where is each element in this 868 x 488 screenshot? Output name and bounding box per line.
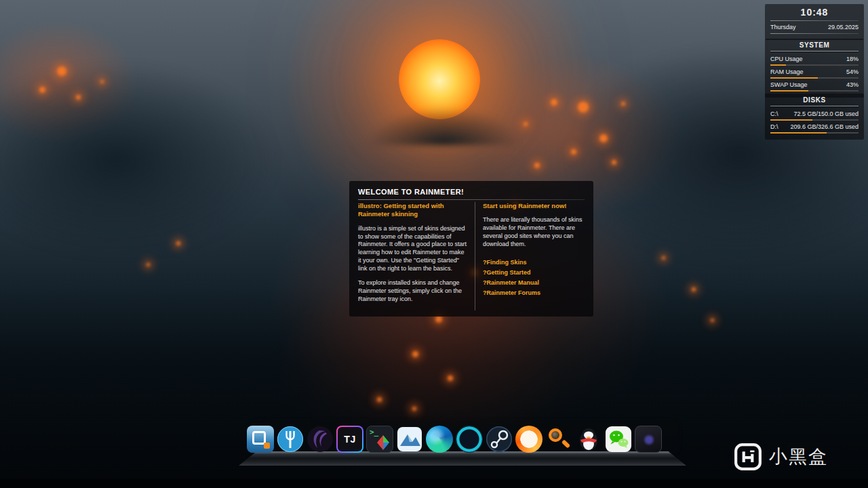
finding-skins-link[interactable]: ?Finding Skins	[483, 258, 585, 268]
search-magnifier-icon[interactable]	[545, 426, 572, 453]
welcome-left-column: illustro: Getting started with Rainmeter…	[358, 202, 475, 310]
tj-glyph: TJ	[344, 434, 355, 445]
system-widget[interactable]: SYSTEM CPU Usage 18% RAM Usage 54% SWAP …	[765, 39, 864, 98]
welcome-title: WELCOME TO RAINMETER!	[358, 188, 585, 196]
disk-c-value: 72.5 GB/150.0 GB used	[793, 110, 859, 119]
start-now-heading: Start using Rainmeter now!	[483, 202, 585, 210]
divider	[770, 51, 859, 52]
welcome-panel: WELCOME TO RAINMETER! illustro: Getting …	[349, 181, 593, 317]
cpu-usage-bar	[770, 64, 859, 66]
disk-c-label: C:\	[770, 110, 778, 119]
clock-date: 29.05.2025	[828, 23, 859, 32]
illustro-heading: illustro: Getting started with Rainmeter…	[358, 202, 467, 219]
vmware-accent	[264, 443, 270, 449]
getting-started-link[interactable]: ?Getting Started	[483, 268, 585, 278]
swap-usage-value: 43%	[846, 81, 859, 89]
disks-title: DISKS	[770, 96, 859, 105]
purple-swirl-app-icon[interactable]	[307, 426, 334, 453]
rainmeter-forums-link[interactable]: ?Rainmeter Forums	[483, 288, 585, 298]
dock-shelf	[239, 451, 686, 466]
qq-icon[interactable]	[575, 426, 602, 453]
tj-ide-icon[interactable]: TJ	[336, 426, 363, 453]
cpu-usage-label: CPU Usage	[770, 55, 803, 64]
desktop: 10:48 Thursday 29.05.2025 SYSTEM CPU Usa…	[0, 0, 868, 488]
terminal-kite-icon[interactable]: >_	[366, 426, 393, 453]
disk-d-value: 209.6 GB/326.6 GB used	[790, 123, 859, 131]
start-now-paragraph: There are literally thousands of skins a…	[483, 216, 585, 249]
disk-c-bar	[770, 119, 859, 121]
disk-d-row: D:\ 209.6 GB/326.6 GB used	[770, 123, 859, 131]
orange-swirl-app-icon[interactable]	[515, 426, 542, 453]
ram-usage-label: RAM Usage	[770, 68, 804, 77]
edge-browser-icon[interactable]	[426, 426, 453, 453]
ram-usage-row: RAM Usage 54%	[770, 68, 859, 77]
color-kite-glyph	[374, 434, 392, 451]
swap-usage-row: SWAP Usage 43%	[770, 81, 859, 89]
steam-icon[interactable]	[486, 426, 513, 453]
dark-app-icon[interactable]	[635, 426, 662, 453]
ram-usage-bar	[770, 77, 859, 79]
welcome-links: ?Finding Skins ?Getting Started ?Rainmet…	[483, 258, 585, 298]
illustro-paragraph-1: illustro is a simple set of skins design…	[358, 225, 467, 273]
teal-ring-app-icon[interactable]	[456, 426, 483, 453]
disk-d-bar	[770, 132, 859, 134]
cpu-usage-value: 18%	[846, 55, 859, 64]
magnifier-lens	[549, 428, 562, 442]
wave-silhouette-left	[0, 41, 332, 258]
swap-usage-bar	[770, 90, 859, 92]
ram-usage-value: 54%	[846, 68, 859, 77]
fork-app-icon[interactable]	[277, 426, 304, 453]
illustro-paragraph-2: To explore installed skins and change Ra…	[358, 279, 467, 304]
wave-over-sun	[363, 96, 526, 145]
xiaoheihe-text: 小黑盒	[769, 445, 828, 469]
divider	[770, 33, 859, 34]
clock-widget[interactable]: 10:48 Thursday 29.05.2025	[765, 4, 864, 40]
xiaoheihe-logo-icon	[734, 443, 762, 471]
disk-d-label: D:\	[770, 123, 778, 131]
magnifier-handle	[561, 439, 570, 448]
divider	[358, 199, 585, 200]
xiaoheihe-watermark: 小黑盒	[734, 443, 828, 471]
disks-widget[interactable]: DISKS C:\ 72.5 GB/150.0 GB used D:\ 209.…	[765, 94, 864, 140]
swap-usage-label: SWAP Usage	[770, 81, 808, 89]
dock: TJ >_	[247, 423, 681, 453]
system-title: SYSTEM	[770, 41, 859, 50]
mountain-app-icon[interactable]	[396, 426, 423, 453]
cpu-usage-row: CPU Usage 18%	[770, 55, 859, 64]
vmware-workstation-icon[interactable]	[247, 426, 274, 453]
wechat-icon[interactable]	[605, 426, 632, 453]
divider	[770, 20, 859, 21]
disk-c-row: C:\ 72.5 GB/150.0 GB used	[770, 110, 859, 119]
divider	[770, 106, 859, 107]
clock-time: 10:48	[770, 6, 859, 19]
rainmeter-manual-link[interactable]: ?Rainmeter Manual	[483, 278, 585, 288]
welcome-right-column: Start using Rainmeter now! There are lit…	[475, 202, 585, 310]
letterbox	[0, 479, 868, 488]
clock-day: Thursday	[770, 23, 796, 32]
